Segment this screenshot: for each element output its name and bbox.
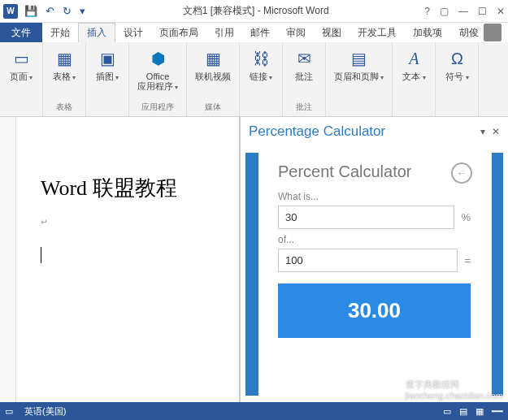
card-title: Percent Calculator (278, 162, 471, 181)
title-bar: W 💾 ↶ ↻ ▾ 文档1 [兼容模式] - Microsoft Word ? … (0, 0, 508, 23)
tab-design[interactable]: 设计 (115, 23, 151, 42)
taskpane-menu-icon[interactable]: ▾ (480, 126, 485, 137)
group-media: ▦联机视频 媒体 (187, 42, 240, 116)
document-page[interactable]: Word 联盟教程 ↵ (24, 141, 239, 296)
illustrations-button[interactable]: ▣插图 (93, 45, 122, 84)
ribbon-display-icon[interactable]: ▢ (440, 6, 449, 17)
office-apps-button[interactable]: ⬢Office 应用程序 (136, 45, 180, 93)
paragraph-mark: ↵ (41, 217, 223, 227)
tab-review[interactable]: 审阅 (278, 23, 314, 42)
group-tables: ▦表格 表格 (43, 42, 86, 116)
page-icon: ▭ (10, 47, 33, 70)
task-pane: Percentage Calculator ▾ ✕ ← Percent Calc… (240, 117, 508, 402)
quick-access-toolbar: W 💾 ↶ ↻ ▾ (3, 4, 87, 19)
value2-input[interactable] (278, 249, 458, 272)
tab-references[interactable]: 引用 (206, 23, 242, 42)
result-display: 30.00 (278, 284, 471, 338)
taskpane-title: Percentage Calculator (249, 123, 385, 140)
watermark-text: 查字典教程网 jiaocheng.chazidian.com (406, 379, 503, 401)
tab-developer[interactable]: 开发工具 (350, 23, 405, 42)
status-bar: ▭ 英语(美国) ▭ ▤ ▦ ━━ (0, 402, 508, 420)
what-is-label: What is... (278, 191, 471, 202)
group-text: A文本 (393, 42, 436, 116)
tab-pagelayout[interactable]: 页面布局 (151, 23, 206, 42)
help-icon[interactable]: ? (424, 6, 430, 17)
text-button[interactable]: A文本 (399, 45, 428, 84)
group-comments: ✉批注 批注 (283, 42, 326, 116)
pages-button[interactable]: ▭页面 (7, 45, 36, 84)
taskpane-body: ← Percent Calculator What is... % of... … (241, 146, 508, 402)
group-links: ⛓链接 (240, 42, 283, 116)
tab-addins[interactable]: 加载项 (405, 23, 450, 42)
view-print-icon[interactable]: ▭ (443, 406, 451, 417)
document-area[interactable]: Word 联盟教程 ↵ (0, 117, 240, 402)
of-label: of... (278, 234, 471, 245)
text-icon: A (402, 47, 425, 70)
equals-symbol: = (464, 254, 471, 266)
save-icon[interactable]: 💾 (23, 5, 39, 17)
word-app-icon: W (3, 4, 18, 19)
group-pages: ▭页面 (0, 42, 43, 116)
apps-icon: ⬢ (146, 47, 169, 70)
vertical-ruler (0, 117, 16, 402)
maximize-icon[interactable]: ☐ (478, 6, 487, 17)
user-account[interactable]: 胡俊 (459, 24, 508, 41)
window-title: 文档1 [兼容模式] - Microsoft Word (87, 4, 424, 18)
value1-input[interactable] (278, 206, 454, 229)
calculator-card: ← Percent Calculator What is... % of... … (267, 153, 482, 348)
content-area: Word 联盟教程 ↵ Percentage Calculator ▾ ✕ ← … (0, 117, 508, 402)
user-name: 胡俊 (459, 26, 479, 40)
picture-icon: ▣ (96, 47, 119, 70)
view-read-icon[interactable]: ▤ (459, 406, 467, 417)
header-footer-button[interactable]: ▤页眉和页脚 (332, 45, 385, 84)
comment-button[interactable]: ✉批注 (289, 45, 319, 83)
group-illustrations: ▣插图 (86, 42, 129, 116)
taskpane-header: Percentage Calculator ▾ ✕ (241, 117, 508, 146)
window-controls: ? ▢ — ☐ ✕ (424, 6, 505, 17)
group-apps: ⬢Office 应用程序 应用程序 (129, 42, 187, 116)
symbol-button[interactable]: Ω符号 (442, 45, 471, 84)
links-button[interactable]: ⛓链接 (246, 45, 276, 84)
headerfooter-icon: ▤ (348, 47, 371, 70)
text-cursor (41, 247, 41, 263)
tab-home[interactable]: 开始 (42, 23, 78, 42)
tab-insert[interactable]: 插入 (78, 23, 115, 42)
percent-symbol: % (461, 211, 471, 223)
view-web-icon[interactable]: ▦ (475, 406, 484, 417)
comment-icon: ✉ (293, 47, 315, 70)
decor-band-left (245, 153, 258, 396)
redo-icon[interactable]: ↻ (61, 5, 73, 17)
statusbar-language[interactable]: 英语(美国) (24, 405, 66, 418)
taskpane-close-icon[interactable]: ✕ (492, 126, 500, 137)
group-headerfooter: ▤页眉和页脚 (326, 42, 393, 116)
ribbon-tabs: 文件 开始 插入 设计 页面布局 引用 邮件 审阅 视图 开发工具 加载项 胡俊 (0, 23, 508, 42)
qat-dropdown-icon[interactable]: ▾ (78, 5, 87, 17)
ribbon-insert: ▭页面 ▦表格 表格 ▣插图 ⬢Office 应用程序 应用程序 ▦联机视频 媒… (0, 42, 508, 117)
undo-icon[interactable]: ↶ (44, 5, 56, 17)
back-button[interactable]: ← (451, 162, 472, 184)
avatar-icon (484, 24, 501, 41)
symbol-icon: Ω (445, 47, 468, 70)
table-icon: ▦ (53, 47, 76, 70)
close-icon[interactable]: ✕ (497, 6, 505, 17)
decor-band-right (492, 153, 503, 396)
zoom-slider[interactable]: ━━ (492, 406, 503, 417)
online-video-button[interactable]: ▦联机视频 (193, 45, 232, 83)
group-symbols: Ω符号 (436, 42, 479, 116)
table-button[interactable]: ▦表格 (50, 45, 79, 84)
statusbar-spell-icon[interactable]: ▭ (5, 406, 13, 417)
minimize-icon[interactable]: — (458, 6, 468, 17)
file-tab[interactable]: 文件 (0, 23, 42, 42)
document-text: Word 联盟教程 (41, 174, 223, 202)
tab-mailings[interactable]: 邮件 (242, 23, 278, 42)
tab-view[interactable]: 视图 (314, 23, 350, 42)
video-icon: ▦ (202, 47, 224, 70)
link-icon: ⛓ (250, 47, 272, 70)
